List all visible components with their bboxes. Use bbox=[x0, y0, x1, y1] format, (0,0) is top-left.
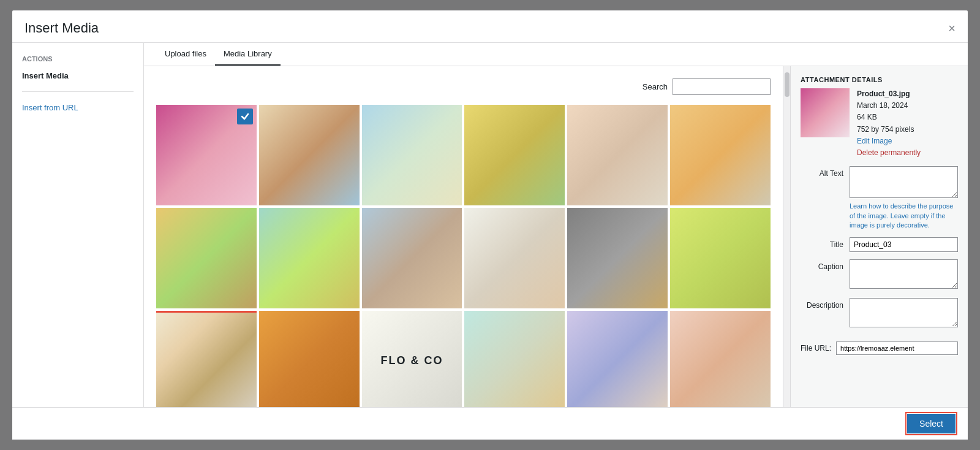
media-item[interactable] bbox=[567, 105, 668, 205]
attachment-filesize: 64 KB bbox=[857, 112, 921, 123]
media-item[interactable] bbox=[362, 105, 462, 205]
dialog-overlay: Insert Media × Actions Insert Media Inse… bbox=[0, 0, 980, 450]
media-item[interactable]: FLO & CO bbox=[362, 311, 462, 407]
media-item[interactable] bbox=[464, 105, 565, 205]
media-item[interactable] bbox=[670, 208, 771, 308]
sidebar: Actions Insert Media Insert from URL bbox=[12, 43, 144, 407]
attachment-details-header: ATTACHMENT DETAILS bbox=[791, 66, 968, 88]
alt-text-label: Alt Text bbox=[801, 166, 850, 178]
caption-input-wrap bbox=[850, 259, 958, 291]
main-content: Upload files Media Library Search bbox=[144, 43, 968, 407]
search-label: Search bbox=[643, 82, 668, 91]
media-item[interactable] bbox=[259, 311, 360, 407]
media-item[interactable] bbox=[464, 311, 565, 407]
scrollbar[interactable] bbox=[783, 66, 790, 407]
attachment-meta: Product_03.jpg March 18, 2024 64 KB 752 … bbox=[857, 88, 921, 159]
title-input[interactable] bbox=[850, 237, 958, 252]
sidebar-item-insert-media[interactable]: Insert Media bbox=[12, 67, 143, 84]
media-item[interactable] bbox=[567, 208, 668, 308]
attachment-date: March 18, 2024 bbox=[857, 100, 921, 112]
attachment-filename: Product_03.jpg bbox=[857, 88, 921, 100]
media-item[interactable] bbox=[670, 105, 771, 205]
insert-media-dialog: Insert Media × Actions Insert Media Inse… bbox=[12, 10, 968, 440]
file-url-input[interactable] bbox=[836, 341, 958, 355]
select-button[interactable]: Select bbox=[907, 414, 956, 433]
title-label: Title bbox=[801, 237, 850, 249]
description-field-row: Description bbox=[801, 298, 958, 329]
alt-text-input[interactable] bbox=[850, 166, 958, 198]
title-input-wrap bbox=[850, 237, 958, 252]
media-item[interactable] bbox=[259, 105, 360, 205]
delete-image-link[interactable]: Delete permanently bbox=[857, 147, 921, 159]
search-bar: Search bbox=[156, 78, 771, 95]
media-item[interactable] bbox=[670, 311, 771, 407]
search-input[interactable] bbox=[673, 78, 771, 95]
sidebar-section-title: Actions bbox=[12, 55, 143, 67]
media-item[interactable] bbox=[464, 208, 565, 308]
media-item[interactable] bbox=[567, 311, 668, 407]
edit-image-link[interactable]: Edit Image bbox=[857, 135, 921, 147]
description-label: Description bbox=[801, 298, 850, 310]
caption-label: Caption bbox=[801, 259, 850, 271]
title-field-row: Title bbox=[801, 237, 958, 252]
attachment-preview: Product_03.jpg March 18, 2024 64 KB 752 … bbox=[791, 88, 968, 166]
media-area: Search bbox=[144, 66, 968, 407]
alt-text-field-row: Alt Text Learn how to describe the purpo… bbox=[801, 166, 958, 230]
attachment-thumbnail bbox=[801, 88, 850, 137]
alt-text-input-wrap: Learn how to describe the purpose of the… bbox=[850, 166, 958, 230]
file-url-label: File URL: bbox=[801, 344, 831, 353]
learn-how-link[interactable]: Learn how to describe the purpose of the… bbox=[850, 202, 958, 230]
dialog-header: Insert Media × bbox=[12, 10, 968, 43]
tab-upload-files[interactable]: Upload files bbox=[156, 43, 215, 66]
attachment-dimensions: 752 by 754 pixels bbox=[857, 124, 921, 135]
sidebar-divider bbox=[22, 91, 134, 92]
selected-check-icon bbox=[237, 109, 253, 124]
tabs-bar: Upload files Media Library bbox=[144, 43, 968, 66]
tab-media-library[interactable]: Media Library bbox=[215, 43, 281, 66]
media-grid-wrapper[interactable]: Search bbox=[144, 66, 783, 407]
attachment-fields: Alt Text Learn how to describe the purpo… bbox=[791, 166, 968, 337]
media-grid: FLO & CO bbox=[156, 105, 771, 407]
attachment-details-panel: ATTACHMENT DETAILS Product_03.jpg March … bbox=[790, 66, 968, 407]
description-input[interactable] bbox=[850, 298, 958, 327]
media-item[interactable] bbox=[156, 105, 257, 205]
file-url-row: File URL: bbox=[791, 337, 968, 360]
media-item[interactable] bbox=[259, 208, 360, 308]
caption-input[interactable] bbox=[850, 259, 958, 289]
media-item[interactable] bbox=[156, 208, 257, 308]
scroll-thumb bbox=[785, 72, 790, 97]
dialog-title: Insert Media bbox=[24, 20, 99, 36]
media-item[interactable] bbox=[362, 208, 462, 308]
description-input-wrap bbox=[850, 298, 958, 329]
caption-field-row: Caption bbox=[801, 259, 958, 291]
dialog-body: Actions Insert Media Insert from URL Upl… bbox=[12, 43, 968, 407]
sidebar-item-insert-from-url[interactable]: Insert from URL bbox=[12, 99, 143, 116]
media-item[interactable] bbox=[156, 311, 257, 407]
bottom-bar: Select bbox=[12, 407, 968, 440]
close-button[interactable]: × bbox=[948, 22, 956, 34]
